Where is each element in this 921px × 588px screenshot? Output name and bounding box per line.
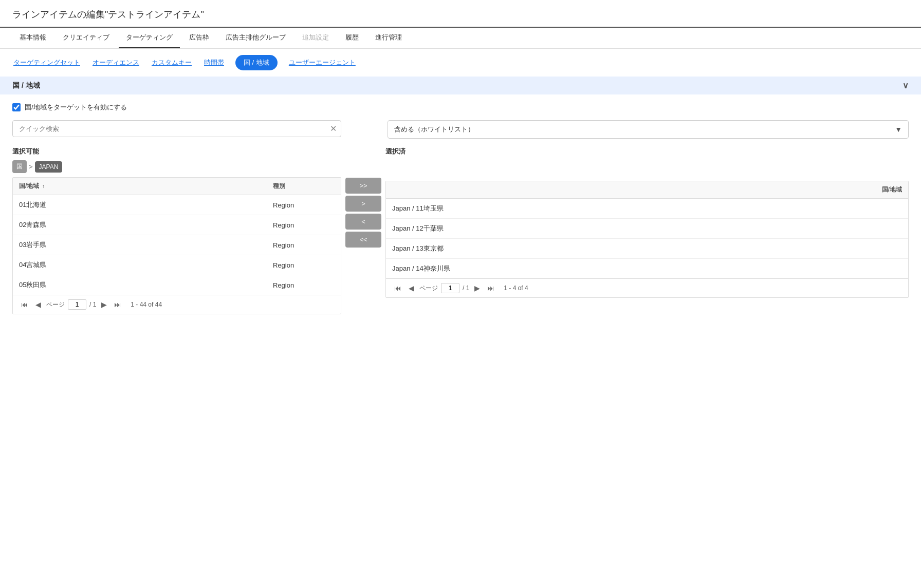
- sub-tab-custom-key[interactable]: カスタムキー: [151, 55, 193, 70]
- sub-tab-targeting-set[interactable]: ターゲティングセット: [12, 55, 81, 70]
- left-col-type-header: 種別: [273, 182, 335, 191]
- left-last-page-button[interactable]: ⏭: [112, 299, 123, 310]
- dropdown-value: 含める（ホワイトリスト）: [394, 125, 474, 134]
- left-col-name-header: 国/地域 ↑: [19, 182, 273, 191]
- left-page-input[interactable]: [68, 299, 86, 310]
- row-name: 03岩手県: [19, 240, 273, 250]
- right-list-rows: Japan / 11埼玉県Japan / 12千葉県Japan / 13東京都J…: [386, 199, 908, 278]
- main-tab-creative[interactable]: クリエイティブ: [56, 28, 117, 48]
- left-prev-page-button[interactable]: ◀: [33, 299, 43, 310]
- table-row[interactable]: 04宮城県 Region: [13, 255, 341, 275]
- breadcrumb-current: JAPAN: [35, 161, 63, 173]
- enable-targeting-row: 国/地域をターゲットを有効にする: [12, 103, 909, 112]
- right-list: 国/地域 Japan / 11埼玉県Japan / 12千葉県Japan / 1…: [385, 181, 909, 298]
- dropdown-arrow-icon: ▼: [895, 125, 902, 134]
- right-side-top: 含める（ホワイトリスト） ▼: [388, 120, 909, 145]
- right-pagination: ⏮ ◀ ページ / 1 ▶ ⏭ 1 - 4 of 4: [386, 278, 908, 297]
- right-next-page-button[interactable]: ▶: [472, 283, 482, 293]
- right-panel-title: 選択済: [385, 147, 909, 156]
- table-row[interactable]: 03岩手県 Region: [13, 235, 341, 255]
- section-title: 国 / 地域: [12, 81, 40, 90]
- breadcrumb-nav: 国 > JAPAN: [12, 160, 341, 173]
- include-exclude-dropdown[interactable]: 含める（ホワイトリスト） ▼: [388, 120, 909, 139]
- left-list-header: 国/地域 ↑ 種別: [13, 178, 341, 195]
- enable-targeting-label: 国/地域をターゲットを有効にする: [25, 103, 127, 112]
- main-tab-history[interactable]: 履歴: [338, 28, 366, 48]
- sub-tab-user-agent[interactable]: ユーザーエージェント: [288, 55, 357, 70]
- search-input[interactable]: [17, 121, 330, 137]
- list-item[interactable]: Japan / 12千葉県: [386, 219, 908, 239]
- main-tab-progress[interactable]: 進行管理: [368, 28, 409, 48]
- list-item[interactable]: Japan / 13東京都: [386, 239, 908, 259]
- enable-targeting-checkbox[interactable]: [12, 103, 21, 111]
- table-row[interactable]: 05秋田県 Region: [13, 275, 341, 295]
- content-area: 国/地域をターゲットを有効にする ✕ 含める（ホワイトリスト） ▼ 選択可能 国…: [0, 94, 921, 323]
- sub-tabs: ターゲティングセットオーディエンスカスタムキー時間帯国 / 地域ユーザーエージェ…: [0, 49, 921, 77]
- right-list-header: 国/地域: [386, 181, 908, 199]
- right-last-page-button[interactable]: ⏭: [485, 283, 496, 293]
- row-name: 04宮城県: [19, 260, 273, 270]
- main-tab-adexclusion[interactable]: 広告主排他グループ: [218, 28, 293, 48]
- remove-all-button[interactable]: <<: [345, 232, 381, 248]
- left-pagination: ⏮ ◀ ページ / 1 ▶ ⏭ 1 - 44 of 44: [13, 295, 341, 314]
- main-tab-additional: 追加設定: [295, 28, 336, 48]
- right-total-pages: / 1: [463, 284, 469, 292]
- table-row[interactable]: 02青森県 Region: [13, 215, 341, 235]
- main-tab-targeting[interactable]: ターゲティング: [119, 28, 180, 48]
- page-header: ラインアイテムの編集"テストラインアイテム": [0, 0, 921, 28]
- left-next-page-button[interactable]: ▶: [99, 299, 109, 310]
- left-side: ✕: [12, 120, 341, 143]
- row-name: 02青森県: [19, 220, 273, 230]
- chevron-down-icon: ∨: [902, 81, 909, 90]
- left-panel-title: 選択可能: [12, 147, 341, 156]
- list-item[interactable]: Japan / 14神奈川県: [386, 259, 908, 278]
- right-page-input[interactable]: [441, 283, 459, 293]
- main-tab-adslot[interactable]: 広告枠: [182, 28, 216, 48]
- sort-arrow-icon: ↑: [42, 183, 45, 189]
- sub-tab-geo[interactable]: 国 / 地域: [235, 55, 278, 70]
- transfer-buttons: >> > < <<: [345, 147, 381, 248]
- left-list-rows: 01北海道 Region 02青森県 Region 03岩手県 Region 0…: [13, 195, 341, 295]
- breadcrumb-root-button[interactable]: 国: [12, 160, 27, 173]
- main-tabs: 基本情報クリエイティブターゲティング広告枠広告主排他グループ追加設定履歴進行管理: [0, 28, 921, 49]
- right-prev-page-button[interactable]: ◀: [407, 283, 416, 293]
- sub-tab-audience[interactable]: オーディエンス: [91, 55, 140, 70]
- left-first-page-button[interactable]: ⏮: [19, 299, 30, 310]
- row-type: Region: [273, 281, 335, 289]
- row-name: 01北海道: [19, 200, 273, 210]
- list-item[interactable]: Japan / 11埼玉県: [386, 199, 908, 219]
- table-row[interactable]: 01北海道 Region: [13, 195, 341, 215]
- add-all-button[interactable]: >>: [345, 178, 381, 194]
- section-header[interactable]: 国 / 地域 ∨: [0, 77, 921, 94]
- row-type: Region: [273, 201, 335, 209]
- row-type: Region: [273, 241, 335, 249]
- add-selected-button[interactable]: >: [345, 196, 381, 212]
- dual-panel: ✕ 含める（ホワイトリスト） ▼: [12, 120, 909, 145]
- right-panel: 選択済 国/地域 Japan / 11埼玉県Japan / 12千葉県Japan…: [385, 147, 909, 298]
- left-total-pages: / 1: [89, 301, 96, 308]
- right-page-label: ページ: [419, 284, 438, 293]
- right-col-name-header: 国/地域: [882, 185, 902, 194]
- row-name: 05秋田県: [19, 280, 273, 290]
- clear-icon[interactable]: ✕: [330, 124, 337, 134]
- sub-tab-timezone[interactable]: 時間帯: [203, 55, 225, 70]
- row-type: Region: [273, 221, 335, 229]
- breadcrumb-separator: >: [29, 163, 33, 170]
- right-first-page-button[interactable]: ⏮: [392, 283, 403, 293]
- left-panel: 選択可能 国 > JAPAN 国/地域 ↑ 種別 01北海道 Region: [12, 147, 341, 314]
- left-page-label: ページ: [46, 300, 65, 309]
- main-tab-basic[interactable]: 基本情報: [12, 28, 53, 48]
- row-type: Region: [273, 261, 335, 269]
- left-list: 国/地域 ↑ 種別 01北海道 Region 02青森県 Region 03岩手…: [12, 177, 341, 314]
- page-title: ラインアイテムの編集"テストラインアイテム": [12, 8, 909, 21]
- right-page-count: 1 - 4 of 4: [504, 284, 528, 292]
- search-box-container: ✕: [12, 120, 341, 137]
- remove-selected-button[interactable]: <: [345, 214, 381, 230]
- left-page-count: 1 - 44 of 44: [131, 301, 162, 308]
